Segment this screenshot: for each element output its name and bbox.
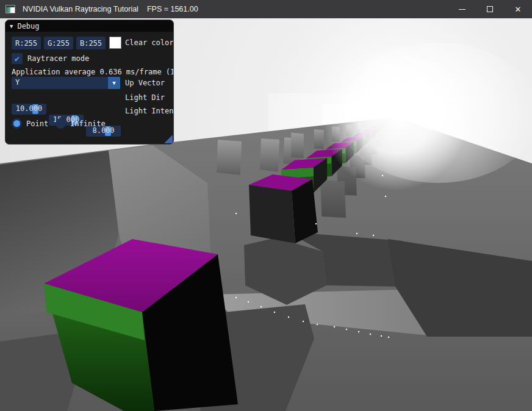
raytracer-mode-checkbox[interactable]: ✔	[12, 53, 23, 64]
window-titlebar: NVIDIA Vulkan Raytracing Tutorial FPS = …	[0, 0, 532, 18]
light-type-point-radio[interactable]: Point	[12, 118, 48, 129]
panel-resize-grip[interactable]	[164, 135, 173, 143]
app-window: NVIDIA Vulkan Raytracing Tutorial FPS = …	[0, 0, 532, 411]
panel-title-label: Debug	[17, 22, 39, 30]
red-255-button[interactable]: R:255	[12, 37, 41, 49]
up-vector-combo[interactable]: Y ▼	[12, 77, 120, 89]
collapse-arrow-icon[interactable]: ▼	[10, 23, 13, 29]
fps-counter: FPS = 1561.00	[147, 5, 198, 13]
light-dir-x-slider[interactable]: 10.000	[12, 104, 46, 115]
light-type-infinite-radio[interactable]: Infinite	[56, 118, 106, 129]
up-vector-value: Y	[15, 78, 20, 87]
chevron-down-icon[interactable]: ▼	[108, 77, 120, 89]
radio-circle-icon	[56, 118, 66, 129]
light-dir-x-value: 10.000	[12, 104, 46, 113]
minimize-button[interactable]	[448, 0, 476, 18]
panel-titlebar[interactable]: ▼ Debug	[5, 20, 173, 32]
close-icon: ✕	[515, 5, 522, 14]
green-255-button[interactable]: G:255	[44, 37, 73, 49]
checkmark-icon: ✔	[15, 54, 20, 63]
raytracer-mode-label: Raytracer mode	[27, 53, 89, 65]
app-icon	[5, 5, 15, 13]
clear-color-label: Clear color	[125, 37, 173, 49]
window-title: NVIDIA Vulkan Raytracing Tutorial	[23, 5, 138, 13]
radio-circle-icon	[12, 118, 22, 129]
maximize-button[interactable]	[476, 0, 504, 18]
blue-255-button[interactable]: B:255	[76, 37, 106, 49]
maximize-icon	[487, 6, 493, 12]
up-vector-label: Up Vector	[125, 77, 165, 89]
clear-color-swatch[interactable]	[109, 37, 121, 49]
debug-panel[interactable]: ▼ Debug R:255 G:255 B:255 Clear color ✔ …	[5, 20, 174, 145]
infinite-radio-label: Infinite	[70, 120, 106, 128]
light-intensity-label: Light Intens	[125, 105, 174, 117]
close-button[interactable]: ✕	[504, 0, 532, 18]
minimize-icon	[459, 9, 466, 10]
point-radio-label: Point	[26, 120, 48, 128]
light-dir-label: Light Dir	[125, 92, 165, 104]
